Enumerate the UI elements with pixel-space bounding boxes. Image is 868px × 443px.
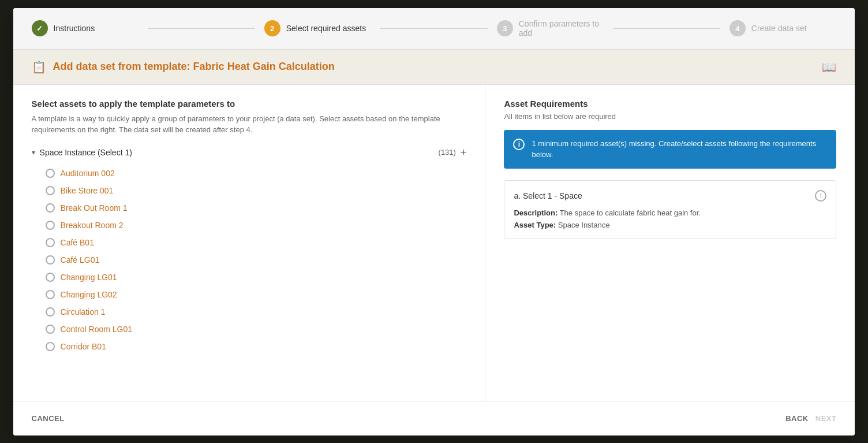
radio-button[interactable] bbox=[46, 307, 55, 317]
radio-button[interactable] bbox=[46, 342, 55, 351]
page-title: Add data set from template: Fabric Heat … bbox=[53, 61, 335, 73]
stepper: ✓ Instructions 2 Select required assets … bbox=[13, 8, 855, 50]
asset-list: Auditorium 002Bike Store 001Break Out Ro… bbox=[32, 165, 467, 355]
alert-icon: i bbox=[513, 139, 525, 150]
radio-button[interactable] bbox=[46, 203, 55, 213]
step-connector-2 bbox=[380, 28, 488, 29]
page-title-bar: 📋 Add data set from template: Fabric Hea… bbox=[13, 50, 855, 85]
alert-box: i 1 minimum required asset(s) missing. C… bbox=[504, 130, 836, 169]
add-asset-button[interactable]: + bbox=[461, 147, 467, 158]
page-title-left: 📋 Add data set from template: Fabric Hea… bbox=[32, 60, 335, 74]
modal-overlay: ✓ Instructions 2 Select required assets … bbox=[0, 0, 868, 443]
step-4-indicator: 4 bbox=[729, 20, 746, 36]
step-3-indicator: 3 bbox=[497, 20, 513, 36]
step-1-indicator: ✓ bbox=[32, 20, 48, 36]
requirement-description: Description: The space to calculate fabr… bbox=[514, 209, 826, 217]
list-item[interactable]: Corridor B01 bbox=[32, 338, 467, 355]
step-connector-3 bbox=[613, 28, 720, 29]
radio-button[interactable] bbox=[46, 186, 55, 195]
step-3: 3 Confirm parameters to add bbox=[497, 19, 604, 38]
requirement-title: a. Select 1 - Space bbox=[514, 191, 582, 200]
asset-name: Corridor B01 bbox=[61, 342, 106, 351]
asset-name: Breakout Room 2 bbox=[61, 221, 124, 230]
step-3-label: Confirm parameters to add bbox=[519, 19, 604, 38]
radio-button[interactable] bbox=[46, 221, 55, 230]
page-title-prefix: Add data set from template: bbox=[53, 61, 193, 72]
step-2-indicator: 2 bbox=[264, 20, 280, 36]
requirement-header: a. Select 1 - Space ! bbox=[514, 190, 826, 202]
step-1: ✓ Instructions bbox=[32, 20, 139, 36]
desc-prefix: Description: bbox=[514, 209, 558, 217]
footer: CANCEL BACK NEXT bbox=[13, 401, 855, 435]
book-icon[interactable]: 📖 bbox=[822, 61, 836, 73]
step-2: 2 Select required assets bbox=[264, 20, 372, 36]
space-instance-header: ▾ Space Instance (Select 1) (131) + bbox=[32, 147, 467, 158]
right-panel: Asset Requirements All items in list bel… bbox=[485, 85, 855, 401]
step-4: 4 Create data set bbox=[729, 20, 837, 36]
left-panel-subtitle: A template is a way to quickly apply a g… bbox=[32, 113, 467, 136]
left-panel-heading: Select assets to apply the template para… bbox=[32, 99, 467, 109]
requirement-type: Asset Type: Space Instance bbox=[514, 221, 826, 229]
asset-name: Café B01 bbox=[61, 238, 94, 247]
list-item[interactable]: Auditorium 002 bbox=[32, 165, 467, 182]
list-item[interactable]: Break Out Room 1 bbox=[32, 199, 467, 217]
asset-name: Break Out Room 1 bbox=[61, 203, 128, 213]
asset-name: Changing LG02 bbox=[61, 290, 117, 299]
radio-button[interactable] bbox=[46, 325, 55, 334]
asset-name: Auditorium 002 bbox=[61, 169, 115, 178]
radio-button[interactable] bbox=[46, 238, 55, 247]
step-1-label: Instructions bbox=[54, 24, 95, 33]
asset-name: Bike Store 001 bbox=[61, 186, 114, 195]
asset-name: Café LG01 bbox=[61, 255, 100, 265]
space-instance-right: (131) + bbox=[439, 147, 467, 158]
type-text: Space Instance bbox=[558, 221, 610, 229]
footer-right: BACK NEXT bbox=[785, 414, 836, 423]
cancel-button[interactable]: CANCEL bbox=[32, 414, 65, 423]
right-panel-subtitle: All items in list below are required bbox=[504, 112, 836, 121]
list-item[interactable]: Café LG01 bbox=[32, 251, 467, 269]
requirement-section: a. Select 1 - Space ! Description: The s… bbox=[504, 180, 836, 239]
radio-button[interactable] bbox=[46, 290, 55, 299]
step-4-label: Create data set bbox=[751, 24, 807, 33]
page-title-right: 📖 bbox=[822, 60, 836, 74]
document-icon: 📋 bbox=[32, 60, 46, 74]
back-button[interactable]: BACK bbox=[785, 414, 809, 423]
radio-button[interactable] bbox=[46, 273, 55, 282]
list-item[interactable]: Control Room LG01 bbox=[32, 321, 467, 338]
asset-count: (131) bbox=[439, 148, 456, 157]
space-instance-title: Space Instance (Select 1) bbox=[40, 148, 132, 157]
list-item[interactable]: Changing LG01 bbox=[32, 269, 467, 286]
footer-left: CANCEL bbox=[32, 414, 65, 423]
modal: ✓ Instructions 2 Select required assets … bbox=[13, 8, 855, 435]
left-panel: Select assets to apply the template para… bbox=[13, 85, 486, 401]
type-prefix: Asset Type: bbox=[514, 221, 556, 229]
right-panel-heading: Asset Requirements bbox=[504, 99, 836, 109]
content-area: Select assets to apply the template para… bbox=[13, 85, 855, 401]
list-item[interactable]: Circulation 1 bbox=[32, 303, 467, 321]
template-name: Fabric Heat Gain Calculation bbox=[193, 61, 335, 72]
step-connector-1 bbox=[148, 28, 255, 29]
list-item[interactable]: Changing LG02 bbox=[32, 286, 467, 303]
radio-button[interactable] bbox=[46, 169, 55, 178]
asset-name: Changing LG01 bbox=[61, 273, 117, 282]
asset-name: Circulation 1 bbox=[61, 307, 106, 317]
list-item[interactable]: Café B01 bbox=[32, 234, 467, 251]
asset-name: Control Room LG01 bbox=[61, 325, 133, 334]
radio-button[interactable] bbox=[46, 255, 55, 265]
space-instance-left: ▾ Space Instance (Select 1) bbox=[32, 148, 132, 157]
step-2-label: Select required assets bbox=[286, 24, 366, 33]
warning-icon: ! bbox=[815, 190, 826, 202]
list-item[interactable]: Bike Store 001 bbox=[32, 182, 467, 199]
alert-text: 1 minimum required asset(s) missing. Cre… bbox=[532, 138, 827, 161]
list-item[interactable]: Breakout Room 2 bbox=[32, 217, 467, 234]
next-button[interactable]: NEXT bbox=[815, 414, 837, 423]
desc-text: The space to calculate fabric heat gain … bbox=[560, 209, 701, 217]
chevron-down-icon[interactable]: ▾ bbox=[32, 148, 35, 157]
